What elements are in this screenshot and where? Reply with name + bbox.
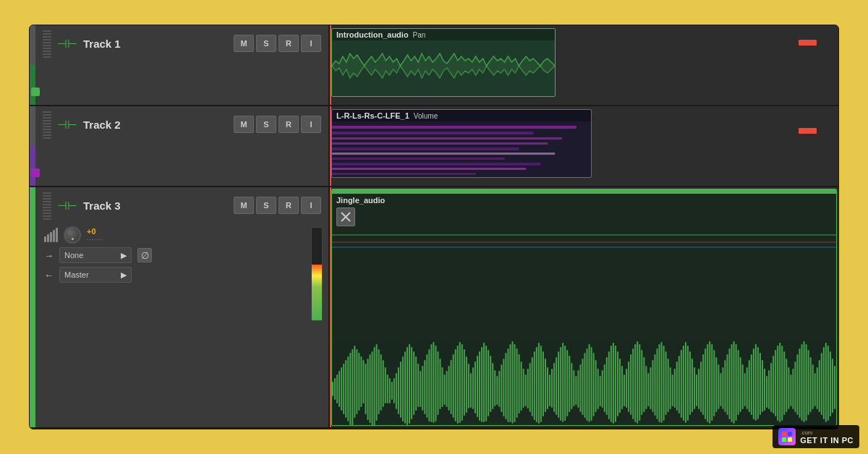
svg-rect-1 — [332, 132, 533, 134]
track-2-clip[interactable]: L-R-Ls-Rs-C-LFE_1 Volume — [331, 109, 592, 178]
clip-3-mute-icon[interactable] — [336, 207, 355, 226]
svg-rect-74 — [459, 342, 461, 423]
svg-rect-108 — [534, 351, 535, 420]
track-3-mute-button[interactable]: M — [234, 197, 254, 214]
svg-rect-204 — [744, 373, 746, 406]
svg-rect-235 — [812, 364, 814, 409]
svg-rect-236 — [814, 373, 816, 406]
svg-rect-16 — [332, 382, 333, 396]
track-2-solo-button[interactable]: S — [256, 116, 276, 133]
svg-rect-105 — [527, 369, 529, 408]
playhead-track-2 — [330, 106, 331, 186]
svg-rect-117 — [553, 363, 555, 412]
track-2-mute-button[interactable]: M — [234, 116, 254, 133]
track-1-waveform — [332, 40, 555, 91]
track-3-clip[interactable]: Jingle_audio — [331, 189, 837, 426]
track-1-solo-button[interactable]: S — [256, 35, 276, 52]
pan-knob[interactable] — [64, 226, 81, 244]
track-row-3: ⊣⊢ Track 3 M S R I — [30, 187, 838, 429]
svg-rect-174 — [678, 356, 680, 414]
track-3-solo-button[interactable]: S — [256, 197, 276, 214]
track-2-header: ⊣⊢ Track 2 M S R I — [30, 106, 330, 186]
knob-dots: ······· — [87, 236, 103, 243]
meter-fill — [312, 265, 322, 320]
track-1-clip[interactable]: Introduction_audio Pan — [331, 28, 556, 97]
track-3-waveform-svg — [332, 338, 836, 425]
svg-rect-23 — [347, 356, 349, 421]
track-1-input-button[interactable]: I — [301, 35, 321, 52]
svg-rect-5 — [332, 153, 555, 155]
track-1-record-button[interactable]: R — [278, 35, 299, 52]
phase-button[interactable]: ∅ — [137, 248, 152, 262]
output-select[interactable]: Master ▶ — [59, 267, 132, 283]
svg-rect-173 — [676, 361, 678, 411]
svg-rect-38 — [380, 354, 382, 411]
clip-3-header-row: Jingle_audio — [332, 194, 836, 207]
svg-rect-127 — [575, 376, 576, 405]
input-select[interactable]: None ▶ — [59, 247, 132, 263]
svg-rect-111 — [540, 346, 542, 422]
watermark: .com GET IT IN PC — [773, 425, 839, 429]
svg-rect-216 — [770, 363, 772, 412]
svg-rect-48 — [402, 356, 404, 421]
svg-rect-125 — [571, 363, 572, 409]
svg-rect-40 — [385, 367, 386, 403]
svg-rect-57 — [422, 366, 423, 411]
svg-rect-114 — [547, 367, 548, 409]
svg-rect-201 — [738, 350, 739, 415]
svg-rect-4 — [332, 147, 519, 150]
svg-rect-241 — [825, 343, 827, 422]
svg-rect-142 — [608, 351, 610, 419]
svg-rect-9 — [332, 173, 476, 175]
svg-rect-205 — [746, 367, 748, 409]
svg-rect-113 — [545, 359, 546, 412]
svg-rect-66 — [442, 367, 443, 407]
svg-rect-70 — [451, 360, 452, 414]
track-1-color-dot — [31, 87, 40, 96]
svg-rect-233 — [808, 350, 809, 415]
clip-2-param: Volume — [414, 112, 438, 120]
svg-rect-129 — [579, 364, 581, 412]
volume-row: +0 ······· — [44, 226, 318, 244]
svg-rect-167 — [663, 346, 665, 421]
svg-rect-229 — [799, 348, 800, 418]
svg-rect-53 — [413, 351, 414, 415]
svg-rect-81 — [475, 361, 476, 414]
svg-rect-217 — [773, 356, 774, 414]
track-3-record-button[interactable]: R — [278, 197, 299, 214]
svg-rect-134 — [591, 347, 592, 421]
svg-rect-215 — [768, 370, 770, 409]
svg-rect-138 — [600, 376, 601, 406]
svg-rect-99 — [514, 344, 516, 422]
svg-rect-151 — [628, 361, 629, 412]
svg-rect-187 — [707, 344, 708, 422]
svg-rect-176 — [683, 346, 684, 421]
track-3-input-button[interactable]: I — [301, 197, 321, 214]
svg-rect-22 — [345, 360, 346, 418]
svg-rect-110 — [538, 343, 540, 424]
svg-rect-209 — [755, 344, 757, 421]
track-1-mute-button[interactable]: M — [234, 35, 254, 52]
svg-rect-230 — [801, 344, 803, 421]
svg-rect-212 — [762, 360, 763, 412]
svg-rect-46 — [398, 367, 399, 414]
track-2-input-button[interactable]: I — [301, 116, 321, 133]
svg-rect-163 — [654, 354, 655, 416]
svg-rect-78 — [468, 364, 469, 408]
svg-rect-95 — [505, 353, 506, 419]
svg-rect-130 — [582, 359, 583, 415]
svg-rect-73 — [457, 346, 459, 424]
svg-rect-186 — [705, 348, 706, 419]
track-3-grip — [43, 191, 51, 220]
svg-rect-206 — [749, 360, 750, 412]
svg-rect-166 — [661, 342, 663, 423]
svg-rect-193 — [720, 373, 721, 406]
svg-rect-139 — [602, 370, 603, 408]
track-2-color-dot — [31, 168, 40, 177]
track-2-record-button[interactable]: R — [278, 116, 299, 133]
svg-rect-69 — [448, 366, 450, 411]
svg-rect-37 — [378, 349, 380, 414]
svg-rect-160 — [647, 373, 649, 406]
input-arrow-icon: → — [44, 250, 54, 261]
svg-rect-242 — [827, 346, 829, 421]
